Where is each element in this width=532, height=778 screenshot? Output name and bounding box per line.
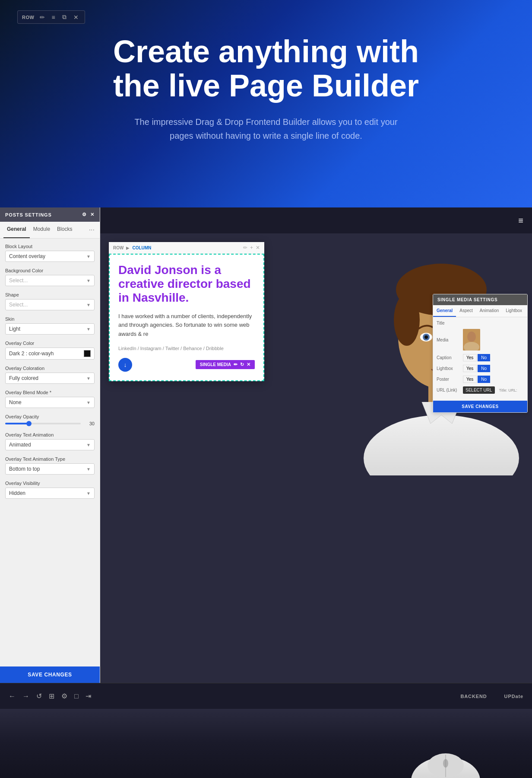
block-layout-select[interactable]: Content overlay ▼ [5,251,95,262]
chevron-down-icon: ▼ [86,254,91,259]
media-tab-animation[interactable]: Animation [476,305,502,317]
overlay-text-anim-select[interactable]: Animated ▼ [5,439,95,450]
media-lightbox-label: Lightbox [437,366,460,371]
hero-title: Create anything with the live Page Build… [93,35,439,103]
field-overlay-coloration: Overlay Coloration Fully colored ▼ [5,366,95,384]
overlay-color-row[interactable]: Dark 2 : color-wayh [5,348,95,360]
close-icon[interactable]: ✕ [72,13,80,22]
copy-icon[interactable]: ⧉ [60,13,68,22]
poster-yes-no: Yes No [463,376,490,383]
exit-icon[interactable]: ⇥ [86,692,91,700]
overlay-opacity-label: Overlay Opacity [5,414,95,419]
poster-no-btn[interactable]: No [478,376,490,383]
field-shape: Shape Select... ▼ [5,292,95,310]
field-overlay-text-anim-type: Overlay Text Animation Type Bottom to to… [5,456,95,475]
select-url-button[interactable]: SELECT URL [463,386,495,394]
skin-select[interactable]: Light ▼ [5,323,95,335]
update-label[interactable]: UPDate [504,694,523,699]
panel-close-icon[interactable]: ✕ [90,212,95,217]
card-body-text: I have worked with a number of clients, … [118,312,255,339]
canvas-area: ≡ [100,207,532,683]
dark-bar: ≡ [100,207,532,233]
color-swatch[interactable] [84,350,91,357]
media-tab-aspect[interactable]: Aspect [456,305,476,317]
block-layout-label: Block Layout [5,244,95,249]
tab-more[interactable]: ··· [87,222,96,238]
single-media-label[interactable]: SINGLE MEDIA ✏ ↻ ✕ [196,360,255,369]
chevron-down-icon: ▼ [86,491,91,496]
field-background-color: Background Color Select... ▼ [5,268,95,286]
media-tab-lightbox[interactable]: Lightbox [502,305,526,317]
device-icon[interactable]: □ [74,692,79,700]
caption-yes-btn[interactable]: Yes [463,354,477,361]
chevron-down-icon: ▼ [86,376,91,381]
shape-label: Shape [5,292,95,297]
panel-header-icons: ⚙ ✕ [82,212,95,217]
slider-row: 30 [5,421,95,426]
tab-module[interactable]: Module [30,222,54,238]
media-refresh-icon[interactable]: ↻ [240,362,244,367]
bg-color-select[interactable]: Select... ▼ [5,275,95,286]
media-thumbnail[interactable] [463,329,480,351]
field-overlay-blend: Overlay Blend Mode * None ▼ [5,390,95,408]
settings-icon[interactable]: ⚙ [82,212,87,217]
backend-label[interactable]: BACKEND [460,694,487,699]
tab-blocks[interactable]: Blocks [54,222,76,238]
field-block-layout: Block Layout Content overlay ▼ [5,244,95,262]
svg-point-18 [443,759,448,768]
card-row-label: ROW [113,246,124,250]
field-overlay-color: Overlay Color Dark 2 : color-wayh [5,341,95,360]
card-add-icon[interactable]: + [250,245,253,251]
lightbox-yes-no: Yes No [463,365,490,372]
back-icon[interactable]: ← [9,692,16,700]
caption-no-btn[interactable]: No [478,354,490,361]
bottom-toolbar: ← → ↺ ⊞ ⚙ □ ⇥ BACKEND UPDate [0,683,532,709]
media-save-changes-button[interactable]: SAVE CHANGES [433,401,527,412]
card-content: David Jonson is a creative director base… [109,254,264,381]
overlay-coloration-select[interactable]: Fully colored ▼ [5,373,95,384]
media-url-row: URL (Link) SELECT URL Title: URL: [437,386,524,394]
media-close-icon[interactable]: ✕ [247,362,250,367]
opacity-slider[interactable] [5,423,81,424]
card-edit-icon[interactable]: ✏ [243,245,247,251]
media-title-row: Title [437,321,524,325]
lightbox-yes-btn[interactable]: Yes [463,365,477,372]
slider-thumb[interactable] [26,421,32,426]
tab-general[interactable]: General [3,222,30,238]
overlay-blend-select[interactable]: None ▼ [5,397,95,408]
overlay-coloration-label: Overlay Coloration [5,366,95,371]
save-changes-button[interactable]: SAVE CHANGES [0,666,100,683]
edit-icon[interactable]: ✏ [38,13,47,22]
overlay-visibility-select[interactable]: Hidden ▼ [5,488,95,499]
scroll-down-button[interactable]: ↓ [118,358,132,372]
lightbox-no-btn[interactable]: No [478,365,490,372]
panel-tabs: General Module Blocks ··· [0,222,100,239]
poster-yes-btn[interactable]: Yes [463,376,477,383]
slider-fill [5,423,28,424]
media-panel-tabs: General Aspect Animation Lightbox [433,305,527,317]
desk-photo [0,709,532,778]
chevron-down-icon: ▼ [86,467,91,472]
media-tab-general[interactable]: General [433,305,456,317]
media-caption-label: Caption [437,355,460,360]
svg-point-10 [424,335,428,339]
chevron-down-icon: ▼ [86,443,91,447]
settings-icon[interactable]: ⚙ [61,692,67,700]
media-poster-row: Poster Yes No [437,376,524,383]
panel-content: Block Layout Content overlay ▼ Backgroun… [0,239,100,666]
media-edit-icon[interactable]: ✏ [234,362,238,367]
media-caption-row: Caption Yes No [437,354,524,361]
media-panel-header: SINGLE MEDIA SETTINGS [433,294,527,305]
row-toolbar[interactable]: ROW ✏ ≡ ⧉ ✕ [17,10,85,24]
overlay-visibility-label: Overlay Visibility [5,481,95,486]
grid-icon[interactable]: ⊞ [49,692,54,700]
card-toolbar-icons: ✏ + ✕ [243,245,260,251]
shape-select[interactable]: Select... ▼ [5,299,95,310]
card-close-icon[interactable]: ✕ [256,245,260,251]
overlay-text-anim-type-select[interactable]: Bottom to top ▼ [5,463,95,475]
mouse-area [402,750,489,778]
list-icon[interactable]: ≡ [50,13,57,22]
hamburger-icon[interactable]: ≡ [518,216,523,226]
refresh-icon[interactable]: ↺ [36,692,42,700]
forward-icon[interactable]: → [22,692,29,700]
